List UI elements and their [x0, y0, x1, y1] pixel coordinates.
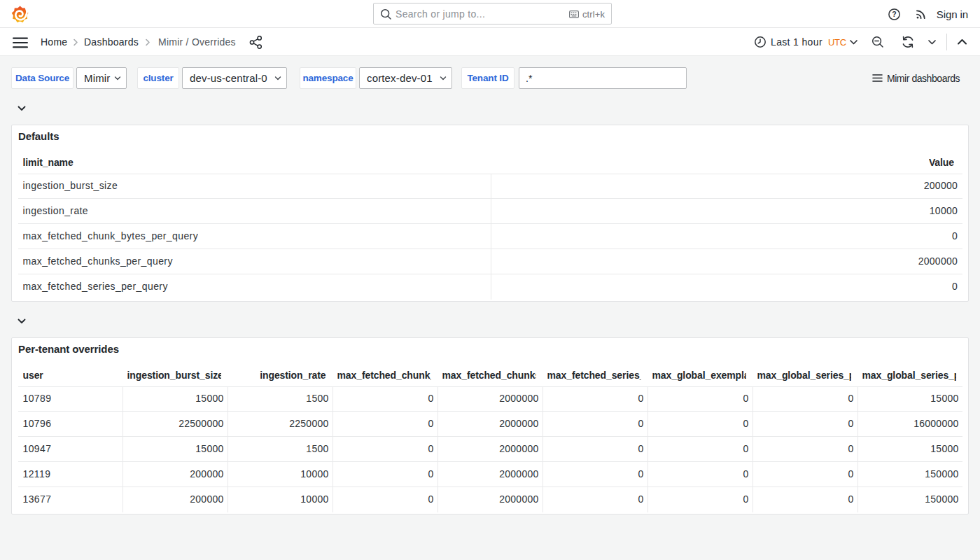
- svg-text:?: ?: [892, 10, 896, 18]
